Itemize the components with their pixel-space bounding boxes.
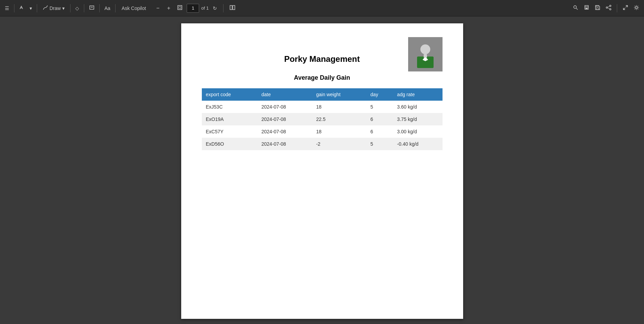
avatar-svg — [412, 41, 439, 68]
toolbar-left-group: ☰ ▾ Draw ▾ ◇ — [3, 3, 150, 13]
ask-copilot-button[interactable]: Ask Copilot — [118, 4, 150, 12]
svg-point-14 — [606, 7, 608, 8]
zoom-out-button[interactable]: − — [154, 4, 162, 12]
menu-button[interactable]: ☰ — [3, 4, 11, 12]
fit-page-button[interactable] — [175, 3, 185, 13]
table-cell: ExC57Y — [202, 125, 258, 138]
text-box-icon — [89, 5, 95, 11]
save-icon — [595, 5, 600, 11]
table-row: ExC57Y2024-07-081863.00 kg/d — [202, 125, 443, 138]
table-header-cell: export code — [202, 88, 258, 101]
toolbar: ☰ ▾ Draw ▾ ◇ — [0, 0, 644, 16]
table-cell: 2024-07-08 — [257, 113, 312, 125]
share-button[interactable] — [604, 3, 613, 13]
search-icon — [573, 5, 578, 11]
svg-rect-2 — [178, 5, 182, 10]
svg-rect-9 — [586, 8, 588, 9]
columns-button[interactable] — [228, 3, 237, 13]
chevron-down-icon: ▾ — [30, 5, 32, 11]
eraser-icon: ◇ — [75, 5, 79, 11]
table-header-cell: gain weight — [312, 88, 366, 101]
table-cell: ExJ53C — [202, 101, 258, 113]
annotate-dropdown-button[interactable]: ▾ — [28, 4, 34, 12]
report-title: Porky Management — [202, 54, 443, 64]
rotate-button[interactable]: ↻ — [211, 4, 219, 12]
share-icon — [606, 5, 611, 11]
table-row: ExO19A2024-07-0822.563.75 kg/d — [202, 113, 443, 125]
table-cell: 3.00 kg/d — [393, 125, 443, 138]
pdf-page: Porky Management Average Daily Gain expo… — [181, 23, 463, 319]
separator-2 — [37, 4, 37, 12]
settings-icon — [634, 5, 639, 11]
table-row: ExD56O2024-07-08-25-0.40 kg/d — [202, 138, 443, 150]
svg-line-7 — [576, 8, 578, 10]
page-navigation: − + of 1 ↻ — [154, 3, 237, 13]
table-body: ExJ53C2024-07-081853.60 kg/dExO19A2024-0… — [202, 101, 443, 150]
table-cell: 2024-07-08 — [257, 101, 312, 113]
main-area: Porky Management Average Daily Gain expo… — [0, 16, 644, 324]
annotate-icon — [19, 5, 25, 11]
columns-icon — [230, 5, 235, 11]
draw-icon — [43, 5, 48, 11]
separator-4 — [84, 4, 84, 12]
avatar — [408, 37, 443, 71]
rotate-icon: ↻ — [213, 5, 217, 11]
svg-rect-4 — [230, 5, 232, 10]
save-button[interactable] — [593, 3, 602, 13]
table-header: export codedategain weightdayadg rate — [202, 88, 443, 101]
svg-rect-5 — [233, 5, 235, 10]
svg-point-20 — [420, 44, 430, 54]
svg-point-12 — [610, 5, 611, 7]
settings-button[interactable] — [632, 3, 641, 13]
print-icon — [584, 5, 589, 11]
font-button[interactable]: Aa — [102, 4, 112, 12]
draw-chevron-icon: ▾ — [62, 5, 65, 11]
table-header-row: export codedategain weightdayadg rate — [202, 88, 443, 101]
menu-icon: ☰ — [5, 5, 9, 11]
table-cell: 5 — [366, 138, 393, 150]
print-button[interactable] — [582, 3, 591, 13]
table-cell: ExD56O — [202, 138, 258, 150]
table-cell: 18 — [312, 101, 366, 113]
page-of-label: of 1 — [201, 5, 209, 11]
expand-icon — [623, 5, 628, 11]
font-icon: Aa — [105, 5, 110, 11]
table-cell: 3.60 kg/d — [393, 101, 443, 113]
svg-point-19 — [635, 7, 637, 9]
draw-label: Draw — [50, 5, 61, 11]
separator-8 — [617, 4, 617, 12]
draw-button[interactable]: Draw ▾ — [40, 3, 67, 13]
table-cell: 18 — [312, 125, 366, 138]
separator-7 — [223, 4, 223, 12]
text-box-button[interactable] — [87, 3, 97, 13]
annotate-button[interactable] — [17, 3, 27, 13]
svg-line-16 — [608, 8, 610, 9]
page-number-input[interactable] — [187, 4, 199, 13]
table-header-cell: adg rate — [393, 88, 443, 101]
svg-line-15 — [608, 6, 610, 7]
separator-5 — [99, 4, 100, 12]
table-cell: 6 — [366, 113, 393, 125]
section-title: Average Daily Gain — [202, 74, 443, 81]
table-cell: 3.75 kg/d — [393, 113, 443, 125]
svg-point-13 — [610, 9, 611, 10]
svg-rect-0 — [90, 6, 94, 9]
table-cell: -2 — [312, 138, 366, 150]
svg-rect-23 — [424, 54, 427, 58]
search-button[interactable] — [571, 3, 580, 13]
zoom-in-button[interactable]: + — [164, 4, 173, 12]
separator-3 — [70, 4, 70, 12]
table-cell: 5 — [366, 101, 393, 113]
table-cell: 2024-07-08 — [257, 125, 312, 138]
table-row: ExJ53C2024-07-081853.60 kg/d — [202, 101, 443, 113]
table-cell: ExO19A — [202, 113, 258, 125]
table-cell: 2024-07-08 — [257, 138, 312, 150]
svg-point-6 — [574, 6, 577, 9]
table-header-cell: day — [366, 88, 393, 101]
toolbar-right — [571, 3, 641, 13]
data-table: export codedategain weightdayadg rate Ex… — [202, 88, 443, 150]
table-cell: -0.40 kg/d — [393, 138, 443, 150]
expand-button[interactable] — [621, 3, 630, 13]
eraser-button[interactable]: ◇ — [73, 4, 81, 12]
fit-page-icon — [177, 5, 183, 11]
